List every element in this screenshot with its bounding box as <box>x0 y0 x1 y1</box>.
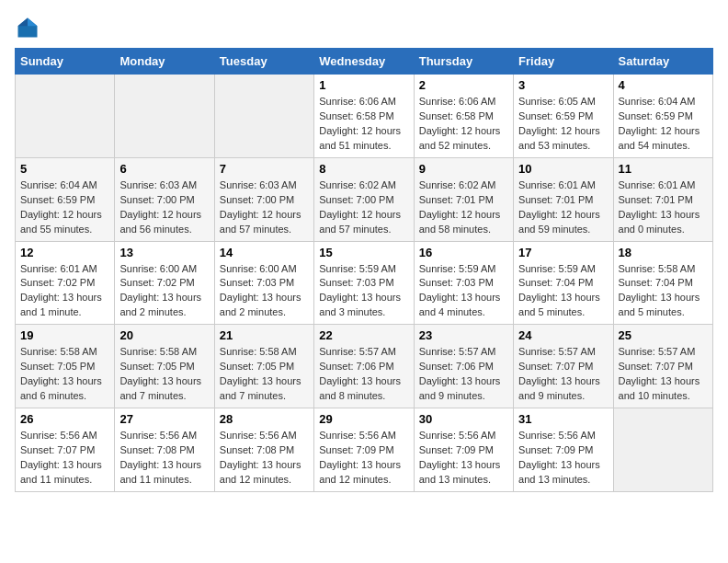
calendar-cell: 28Sunrise: 5:56 AM Sunset: 7:08 PM Dayli… <box>214 408 313 492</box>
header-row: SundayMondayTuesdayWednesdayThursdayFrid… <box>16 49 713 75</box>
calendar-cell <box>16 75 115 158</box>
logo <box>15 15 44 40</box>
day-info: Sunrise: 5:56 AM Sunset: 7:08 PM Dayligh… <box>220 429 309 488</box>
day-info: Sunrise: 6:01 AM Sunset: 7:01 PM Dayligh… <box>619 178 708 237</box>
calendar-table: SundayMondayTuesdayWednesdayThursdayFrid… <box>15 48 713 492</box>
week-row-2: 12Sunrise: 6:01 AM Sunset: 7:02 PM Dayli… <box>16 241 713 325</box>
calendar-cell: 25Sunrise: 5:57 AM Sunset: 7:07 PM Dayli… <box>613 325 712 408</box>
day-info: Sunrise: 5:56 AM Sunset: 7:07 PM Dayligh… <box>20 429 109 488</box>
calendar-cell: 11Sunrise: 6:01 AM Sunset: 7:01 PM Dayli… <box>613 157 712 241</box>
calendar-cell: 31Sunrise: 5:56 AM Sunset: 7:09 PM Dayli… <box>514 408 613 492</box>
day-info: Sunrise: 5:58 AM Sunset: 7:05 PM Dayligh… <box>119 345 209 404</box>
day-info: Sunrise: 6:04 AM Sunset: 6:59 PM Dayligh… <box>619 95 708 154</box>
calendar-cell: 29Sunrise: 5:56 AM Sunset: 7:09 PM Dayli… <box>314 408 414 492</box>
calendar-cell <box>613 408 712 492</box>
day-number: 22 <box>319 328 408 342</box>
day-info: Sunrise: 5:56 AM Sunset: 7:09 PM Dayligh… <box>419 429 508 488</box>
day-info: Sunrise: 5:59 AM Sunset: 7:03 PM Dayligh… <box>319 262 408 321</box>
week-row-1: 5Sunrise: 6:04 AM Sunset: 6:59 PM Daylig… <box>16 157 713 241</box>
day-number: 5 <box>20 162 109 176</box>
day-info: Sunrise: 5:57 AM Sunset: 7:06 PM Dayligh… <box>319 345 408 404</box>
calendar-cell: 19Sunrise: 5:58 AM Sunset: 7:05 PM Dayli… <box>16 325 115 408</box>
calendar-cell: 26Sunrise: 5:56 AM Sunset: 7:07 PM Dayli… <box>16 408 115 492</box>
day-number: 30 <box>419 412 508 426</box>
calendar-cell: 18Sunrise: 5:58 AM Sunset: 7:04 PM Dayli… <box>613 241 712 325</box>
calendar-cell: 1Sunrise: 6:06 AM Sunset: 6:58 PM Daylig… <box>314 75 414 158</box>
day-number: 4 <box>619 78 708 92</box>
day-info: Sunrise: 5:56 AM Sunset: 7:08 PM Dayligh… <box>119 429 209 488</box>
calendar-cell: 8Sunrise: 6:02 AM Sunset: 7:00 PM Daylig… <box>314 157 414 241</box>
day-info: Sunrise: 6:01 AM Sunset: 7:02 PM Dayligh… <box>20 262 109 321</box>
calendar-cell <box>115 75 214 158</box>
calendar-cell: 5Sunrise: 6:04 AM Sunset: 6:59 PM Daylig… <box>16 157 115 241</box>
logo-icon <box>15 15 40 40</box>
day-number: 11 <box>619 162 708 176</box>
calendar-cell: 10Sunrise: 6:01 AM Sunset: 7:01 PM Dayli… <box>514 157 613 241</box>
day-info: Sunrise: 6:00 AM Sunset: 7:02 PM Dayligh… <box>119 262 209 321</box>
day-number: 1 <box>319 78 408 92</box>
calendar-cell: 16Sunrise: 5:59 AM Sunset: 7:03 PM Dayli… <box>414 241 513 325</box>
calendar-cell <box>214 75 313 158</box>
day-number: 8 <box>319 162 408 176</box>
calendar-cell: 17Sunrise: 5:59 AM Sunset: 7:04 PM Dayli… <box>514 241 613 325</box>
header-thursday: Thursday <box>414 49 513 75</box>
day-number: 15 <box>319 246 408 259</box>
day-number: 28 <box>220 412 309 426</box>
calendar-cell: 6Sunrise: 6:03 AM Sunset: 7:00 PM Daylig… <box>115 157 214 241</box>
week-row-0: 1Sunrise: 6:06 AM Sunset: 6:58 PM Daylig… <box>16 75 713 158</box>
day-number: 3 <box>518 78 608 92</box>
day-info: Sunrise: 5:59 AM Sunset: 7:03 PM Dayligh… <box>419 262 508 321</box>
header-tuesday: Tuesday <box>214 49 313 75</box>
day-info: Sunrise: 5:58 AM Sunset: 7:05 PM Dayligh… <box>20 345 109 404</box>
header-sunday: Sunday <box>16 49 115 75</box>
calendar-cell: 13Sunrise: 6:00 AM Sunset: 7:02 PM Dayli… <box>115 241 214 325</box>
day-number: 6 <box>119 162 209 176</box>
day-number: 14 <box>220 246 309 259</box>
header-wednesday: Wednesday <box>314 49 414 75</box>
header-monday: Monday <box>115 49 214 75</box>
calendar-cell: 12Sunrise: 6:01 AM Sunset: 7:02 PM Dayli… <box>16 241 115 325</box>
day-number: 12 <box>20 246 109 259</box>
calendar-cell: 9Sunrise: 6:02 AM Sunset: 7:01 PM Daylig… <box>414 157 513 241</box>
svg-marker-2 <box>18 18 28 27</box>
day-info: Sunrise: 6:05 AM Sunset: 6:59 PM Dayligh… <box>518 95 608 154</box>
day-info: Sunrise: 6:00 AM Sunset: 7:03 PM Dayligh… <box>220 262 309 321</box>
day-number: 20 <box>119 328 209 342</box>
day-number: 24 <box>518 328 608 342</box>
header-saturday: Saturday <box>613 49 712 75</box>
day-number: 2 <box>419 78 508 92</box>
calendar-cell: 30Sunrise: 5:56 AM Sunset: 7:09 PM Dayli… <box>414 408 513 492</box>
day-number: 25 <box>619 328 708 342</box>
calendar-cell: 23Sunrise: 5:57 AM Sunset: 7:06 PM Dayli… <box>414 325 513 408</box>
day-number: 13 <box>119 246 209 259</box>
day-number: 27 <box>119 412 209 426</box>
svg-marker-1 <box>28 18 38 27</box>
day-number: 9 <box>419 162 508 176</box>
calendar-cell: 21Sunrise: 5:58 AM Sunset: 7:05 PM Dayli… <box>214 325 313 408</box>
calendar-cell: 4Sunrise: 6:04 AM Sunset: 6:59 PM Daylig… <box>613 75 712 158</box>
day-info: Sunrise: 6:02 AM Sunset: 7:00 PM Dayligh… <box>319 178 408 237</box>
day-info: Sunrise: 5:56 AM Sunset: 7:09 PM Dayligh… <box>319 429 408 488</box>
day-info: Sunrise: 6:02 AM Sunset: 7:01 PM Dayligh… <box>419 178 508 237</box>
calendar-cell: 2Sunrise: 6:06 AM Sunset: 6:58 PM Daylig… <box>414 75 513 158</box>
day-number: 7 <box>220 162 309 176</box>
calendar-cell: 7Sunrise: 6:03 AM Sunset: 7:00 PM Daylig… <box>214 157 313 241</box>
day-number: 21 <box>220 328 309 342</box>
day-info: Sunrise: 6:03 AM Sunset: 7:00 PM Dayligh… <box>119 178 209 237</box>
day-info: Sunrise: 5:58 AM Sunset: 7:04 PM Dayligh… <box>619 262 708 321</box>
day-info: Sunrise: 5:57 AM Sunset: 7:07 PM Dayligh… <box>518 345 608 404</box>
day-number: 16 <box>419 246 508 259</box>
calendar-cell: 14Sunrise: 6:00 AM Sunset: 7:03 PM Dayli… <box>214 241 313 325</box>
week-row-3: 19Sunrise: 5:58 AM Sunset: 7:05 PM Dayli… <box>16 325 713 408</box>
day-number: 17 <box>518 246 608 259</box>
day-number: 19 <box>20 328 109 342</box>
day-info: Sunrise: 6:06 AM Sunset: 6:58 PM Dayligh… <box>419 95 508 154</box>
day-info: Sunrise: 5:58 AM Sunset: 7:05 PM Dayligh… <box>220 345 309 404</box>
day-info: Sunrise: 5:59 AM Sunset: 7:04 PM Dayligh… <box>518 262 608 321</box>
calendar-cell: 20Sunrise: 5:58 AM Sunset: 7:05 PM Dayli… <box>115 325 214 408</box>
day-info: Sunrise: 6:06 AM Sunset: 6:58 PM Dayligh… <box>319 95 408 154</box>
day-info: Sunrise: 5:57 AM Sunset: 7:06 PM Dayligh… <box>419 345 508 404</box>
calendar-cell: 22Sunrise: 5:57 AM Sunset: 7:06 PM Dayli… <box>314 325 414 408</box>
week-row-4: 26Sunrise: 5:56 AM Sunset: 7:07 PM Dayli… <box>16 408 713 492</box>
day-info: Sunrise: 6:01 AM Sunset: 7:01 PM Dayligh… <box>518 178 608 237</box>
